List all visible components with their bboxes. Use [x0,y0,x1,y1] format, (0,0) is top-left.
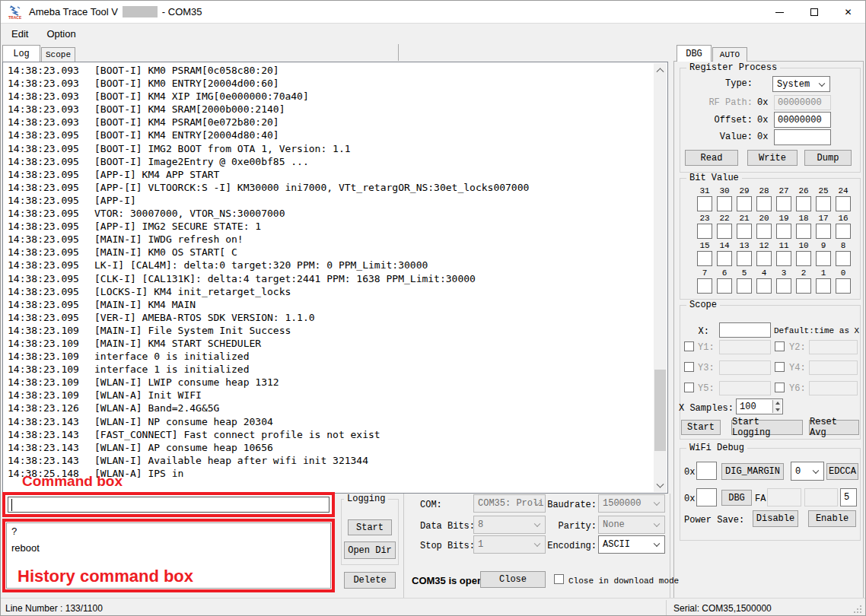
logging-delete-button[interactable]: Delete [344,572,396,589]
bit-13-checkbox[interactable] [737,251,752,266]
bit-2-checkbox[interactable] [796,278,811,294]
dbg-button[interactable]: DBG [721,490,752,506]
bit-28-checkbox[interactable] [756,196,772,211]
value-input[interactable] [774,129,831,145]
write-button[interactable]: Write [747,150,798,166]
scope-y1-input[interactable] [719,340,771,354]
log-scrollbar[interactable] [654,63,667,492]
bit-10-checkbox[interactable] [796,251,811,266]
bit-24-checkbox[interactable] [836,196,851,211]
dig-margin-value-input[interactable] [696,462,717,480]
scroll-up-button[interactable] [654,63,667,75]
scope-start-button[interactable]: Start [681,420,721,435]
edcca-button[interactable]: EDCCA [826,463,858,480]
bit-30-checkbox[interactable] [717,196,732,211]
fa-threshold-input[interactable]: 5 [840,488,857,506]
tab-dbg[interactable]: DBG [677,45,712,62]
spinner-up-button[interactable] [773,400,782,407]
scroll-thumb[interactable] [654,370,666,451]
history-command[interactable]: reboot [11,542,326,558]
bit-12-checkbox[interactable] [756,251,772,266]
scroll-down-button[interactable] [654,480,667,492]
read-button[interactable]: Read [685,150,738,166]
bit-label: 10 [796,242,811,250]
scope-y4-checkbox[interactable] [775,362,785,372]
bit-5-checkbox[interactable] [737,278,752,294]
bit-0-checkbox[interactable] [836,278,851,294]
scope-reset-avg-button[interactable]: Reset Avg [809,420,859,435]
bit-29-checkbox[interactable] [737,196,752,211]
bit-26-checkbox[interactable] [796,196,811,211]
scope-y3-checkbox[interactable] [684,362,694,372]
stop-bits-select: 1 [473,535,546,554]
scope-y6-checkbox[interactable] [775,383,785,392]
bit-16-checkbox[interactable] [836,224,851,239]
bit-22-checkbox[interactable] [717,224,732,239]
bit-3-checkbox[interactable] [776,278,791,294]
scope-y2-checkbox[interactable] [775,341,785,351]
resize-grip[interactable] [860,611,861,613]
bit-8-checkbox[interactable] [836,251,851,266]
minimize-button[interactable] [763,1,797,24]
tab-scope[interactable]: Scope [41,47,75,62]
power-enable-button[interactable]: Enable [808,510,856,527]
scope-x-input[interactable] [719,322,771,338]
scope-start-logging-button[interactable]: Start Logging [731,420,803,435]
fa-input-1 [767,488,801,506]
bit-25-checkbox[interactable] [816,196,831,211]
com-close-button[interactable]: Close [480,571,546,588]
close-download-checkbox[interactable] [554,574,564,584]
bit-9-checkbox[interactable] [816,251,831,266]
close-button[interactable]: ✕ [831,1,865,24]
logging-open-dir-button[interactable]: Open Dir [344,541,396,559]
scope-y6-input[interactable] [809,381,858,395]
command-box-frame [2,492,335,517]
wifi-hex-prefix-2: 0x [684,494,695,504]
bit-11-checkbox[interactable] [776,251,791,266]
x-samples-input[interactable]: 100 [736,398,783,414]
menu-item-edit[interactable]: Edit [4,25,36,43]
bit-23-checkbox[interactable] [697,224,712,239]
bit-6-checkbox[interactable] [717,278,732,294]
offset-input[interactable]: 00000000 [774,112,831,128]
register-type-select[interactable]: System [772,76,830,92]
bit-4-checkbox[interactable] [756,278,772,294]
bit-20-checkbox[interactable] [756,224,772,239]
encoding-select[interactable]: ASCII [598,535,665,554]
logging-start-button[interactable]: Start [348,519,392,535]
log-view[interactable]: 14:38:23.093[BOOT-I] KM0 PSRAM[0c058c80:… [2,62,668,494]
bit-1-checkbox[interactable] [816,278,831,294]
tab-log[interactable]: Log [2,45,40,62]
spinner-down-button[interactable] [773,407,782,414]
scope-y4-input[interactable] [809,360,858,375]
history-list-box[interactable]: ?reboot History command box [6,522,331,589]
power-disable-button[interactable]: Disable [753,510,798,527]
log-line: 14:38:23.095[MAIN-I] KM4 MAIN [8,299,651,312]
history-command[interactable]: ? [11,526,326,542]
edcca-select[interactable]: 0 [791,462,824,481]
bit-31-checkbox[interactable] [697,196,712,211]
scope-y1-checkbox[interactable] [684,341,694,351]
bit-label: 29 [737,187,752,195]
bit-7-checkbox[interactable] [697,278,712,294]
scope-y5-input[interactable] [719,381,771,395]
command-input[interactable] [8,497,330,513]
bit-14-checkbox[interactable] [717,251,732,266]
bit-18-checkbox[interactable] [796,224,811,239]
bit-27-checkbox[interactable] [776,196,791,211]
bit-17-checkbox[interactable] [816,224,831,239]
maximize-button[interactable] [797,1,831,24]
log-line: 14:38:23.095[MAIN-I] KM0 OS START[ C [8,246,651,259]
log-line: 14:38:23.143[WLAN-I] Available heap afte… [8,455,651,468]
dig-margin-button[interactable]: DIG_MARGIN [721,463,784,480]
menu-item-option[interactable]: Option [39,25,83,43]
scope-y5-checkbox[interactable] [684,383,694,392]
bit-21-checkbox[interactable] [737,224,752,239]
tab-auto[interactable]: AUTO [712,47,747,62]
dbg-value-input[interactable] [696,488,717,506]
scope-y3-input[interactable] [719,360,771,375]
scope-y2-input[interactable] [809,340,858,354]
bit-19-checkbox[interactable] [776,224,791,239]
bit-15-checkbox[interactable] [697,251,712,266]
dump-button[interactable]: Dump [804,150,852,166]
